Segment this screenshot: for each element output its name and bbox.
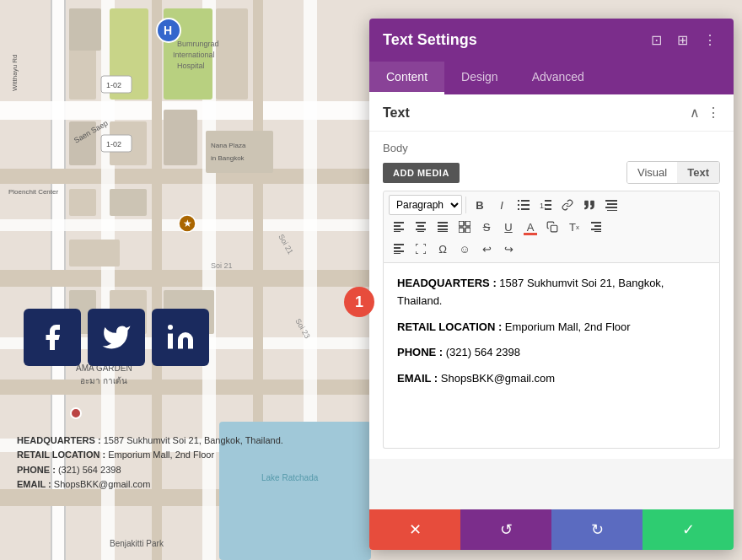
svg-text:Benjakitti Park: Benjakitti Park bbox=[110, 539, 164, 548]
add-media-button[interactable]: ADD MEDIA bbox=[383, 163, 460, 183]
svg-rect-67 bbox=[545, 208, 551, 210]
svg-text:Hospital: Hospital bbox=[177, 62, 205, 70]
emoji-button[interactable]: ☺ bbox=[454, 239, 475, 259]
toolbar-row-1: Paragraph Heading 1 Heading 2 B I 1. bbox=[389, 195, 714, 215]
panel-header: Text Settings ⊡ ⊞ ⋮ bbox=[369, 19, 734, 62]
svg-rect-32 bbox=[69, 240, 120, 267]
confirm-button[interactable]: ✓ bbox=[643, 509, 734, 550]
toolbar-separator-1 bbox=[465, 197, 466, 213]
align-center-button[interactable] bbox=[411, 217, 431, 237]
svg-rect-88 bbox=[551, 225, 557, 232]
panel-tabs: Content Design Advanced bbox=[369, 62, 734, 94]
panel-title: Text Settings bbox=[383, 31, 477, 49]
phone-text: (321) 564 2398 bbox=[443, 346, 520, 358]
panel-header-icons: ⊡ ⊞ ⋮ bbox=[648, 30, 720, 50]
svg-text:1-02: 1-02 bbox=[106, 140, 121, 148]
bold-button[interactable]: B bbox=[470, 195, 490, 215]
outdent-button[interactable] bbox=[389, 239, 409, 259]
text-view-button[interactable]: Text bbox=[677, 162, 719, 183]
map-hq-label: HEADQUARTERS : bbox=[17, 435, 101, 445]
tab-design[interactable]: Design bbox=[444, 62, 515, 94]
section-header: Text ∧ ⋮ bbox=[369, 94, 734, 132]
fullscreen-icon[interactable]: ⊡ bbox=[648, 30, 665, 50]
social-icons-group bbox=[24, 309, 209, 366]
fullscreen-editor-button[interactable] bbox=[411, 239, 431, 259]
toolbar-row-2: S U A Tx bbox=[389, 217, 714, 237]
section-more-icon[interactable]: ⋮ bbox=[707, 105, 720, 121]
blockquote-button[interactable] bbox=[579, 195, 600, 215]
clear-format-button[interactable]: Tx bbox=[564, 217, 584, 237]
svg-rect-86 bbox=[459, 228, 464, 233]
toolbar-row-3: Ω ☺ ↩ ↪ bbox=[389, 239, 714, 259]
svg-rect-90 bbox=[594, 225, 601, 227]
collapse-icon[interactable]: ∧ bbox=[690, 105, 700, 121]
editor-controls-row: ADD MEDIA Visual Text bbox=[383, 161, 720, 184]
svg-rect-65 bbox=[545, 200, 551, 202]
svg-rect-76 bbox=[416, 222, 426, 223]
unordered-list-button[interactable] bbox=[513, 195, 534, 215]
cancel-button[interactable]: ✕ bbox=[369, 509, 460, 550]
reset-button[interactable]: ↺ bbox=[460, 509, 551, 550]
ordered-list-button[interactable]: 1. bbox=[535, 195, 556, 215]
email-label: EMAIL : bbox=[397, 372, 438, 385]
email-text: ShopsBKK@gmail.com bbox=[438, 372, 555, 385]
svg-rect-85 bbox=[465, 221, 470, 226]
columns-icon[interactable]: ⊞ bbox=[674, 30, 691, 50]
svg-text:International: International bbox=[173, 51, 215, 59]
reset-icon: ↺ bbox=[500, 520, 513, 539]
redo-toolbar-button[interactable]: ↪ bbox=[498, 239, 519, 259]
tab-advanced[interactable]: Advanced bbox=[515, 62, 601, 94]
svg-rect-78 bbox=[416, 229, 426, 230]
svg-rect-79 bbox=[417, 231, 424, 232]
svg-rect-96 bbox=[394, 253, 401, 254]
svg-rect-83 bbox=[438, 231, 448, 232]
retail-text: Emporium Mall, 2nd Floor bbox=[502, 320, 630, 333]
svg-rect-71 bbox=[607, 210, 617, 211]
paste-button[interactable] bbox=[542, 217, 562, 237]
align-right-button[interactable] bbox=[601, 195, 621, 215]
svg-rect-70 bbox=[605, 207, 617, 208]
align-left-button[interactable] bbox=[389, 217, 409, 237]
linkedin-icon[interactable] bbox=[152, 309, 209, 366]
section-title: Text bbox=[383, 105, 410, 121]
svg-rect-77 bbox=[417, 225, 424, 227]
editor-content[interactable]: HEADQUARTERS : 1587 Sukhumvit Soi 21, Ba… bbox=[383, 263, 720, 449]
svg-rect-94 bbox=[394, 247, 401, 249]
underline-button[interactable]: U bbox=[498, 217, 519, 237]
svg-rect-87 bbox=[465, 228, 470, 233]
strikethrough-button[interactable]: S bbox=[476, 217, 497, 237]
svg-rect-63 bbox=[521, 208, 530, 210]
hq-label: HEADQUARTERS : bbox=[397, 277, 497, 289]
svg-rect-68 bbox=[605, 200, 617, 202]
panel-body: Text ∧ ⋮ Body ADD MEDIA Visual Text bbox=[369, 94, 734, 509]
undo-button[interactable]: ↩ bbox=[476, 239, 497, 259]
phone-label: PHONE : bbox=[397, 346, 443, 358]
badge-number: 1 bbox=[355, 293, 363, 311]
map-email-label: EMAIL : bbox=[17, 479, 51, 489]
table-button[interactable] bbox=[454, 217, 475, 237]
confirm-icon: ✓ bbox=[682, 520, 695, 539]
svg-text:อะมา กาเด้น: อะมา กาเด้น bbox=[80, 376, 127, 385]
facebook-icon[interactable] bbox=[24, 309, 81, 366]
redo-button[interactable]: ↻ bbox=[551, 509, 643, 550]
twitter-icon[interactable] bbox=[88, 309, 145, 366]
italic-button[interactable]: I bbox=[492, 195, 512, 215]
visual-view-button[interactable]: Visual bbox=[627, 162, 677, 183]
indent-button[interactable] bbox=[586, 217, 606, 237]
paragraph-select[interactable]: Paragraph Heading 1 Heading 2 bbox=[389, 195, 462, 215]
tab-content[interactable]: Content bbox=[369, 62, 444, 94]
special-chars-button[interactable]: Ω bbox=[433, 239, 453, 259]
section-body: Body ADD MEDIA Visual Text Paragraph Hea… bbox=[369, 132, 734, 459]
svg-rect-69 bbox=[607, 203, 617, 205]
svg-rect-58 bbox=[518, 200, 519, 202]
svg-rect-66 bbox=[545, 204, 551, 206]
map-retail-label: RETAIL LOCATION : bbox=[17, 450, 105, 460]
link-button[interactable] bbox=[557, 195, 578, 215]
map-info-text: HEADQUARTERS : 1587 Sukhumvit Soi 21, Ba… bbox=[17, 433, 283, 493]
svg-text:Soi 21: Soi 21 bbox=[211, 261, 233, 270]
svg-rect-72 bbox=[394, 222, 404, 223]
font-color-button[interactable]: A bbox=[520, 217, 540, 237]
justify-button[interactable] bbox=[433, 217, 453, 237]
more-options-icon[interactable]: ⋮ bbox=[700, 30, 720, 50]
svg-text:Nana Plaza: Nana Plaza bbox=[211, 142, 246, 149]
